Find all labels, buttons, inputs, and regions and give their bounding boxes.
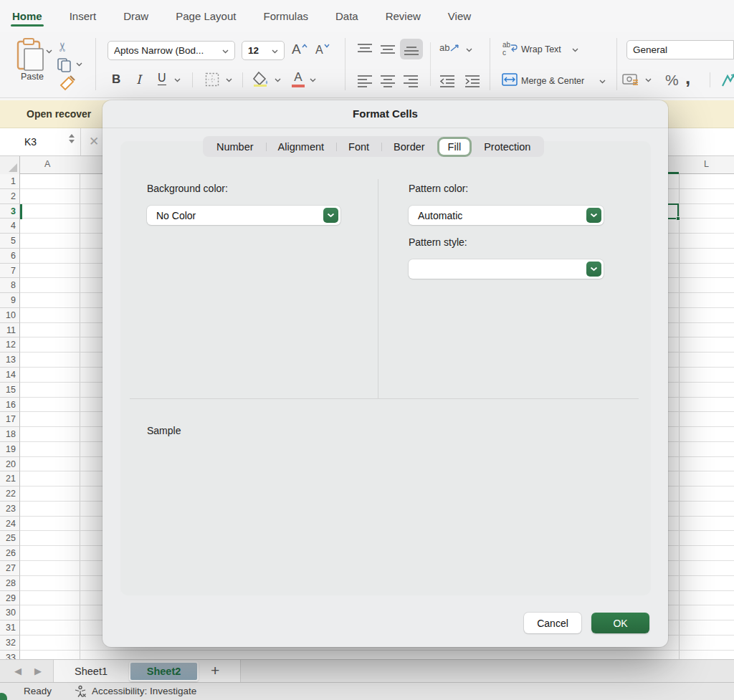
increase-font-size-icon[interactable]: A <box>292 42 308 57</box>
cut-icon[interactable]: ✂ <box>55 42 70 52</box>
ribbon-tab-data[interactable]: Data <box>334 3 360 29</box>
merge-center-button[interactable]: Merge & Center <box>521 76 584 86</box>
ribbon-tab-formulas[interactable]: Formulas <box>262 3 310 29</box>
row-header-26[interactable]: 26 <box>0 546 20 561</box>
align-bottom-icon[interactable] <box>400 39 423 59</box>
wrap-text-dropdown-chevron-icon[interactable] <box>572 48 578 52</box>
row-header-3[interactable]: 3 <box>0 204 20 219</box>
name-box-stepper[interactable] <box>69 134 75 143</box>
orientation-dropdown-chevron-icon[interactable] <box>466 48 472 52</box>
dialog-tab-fill[interactable]: Fill <box>437 137 472 157</box>
formula-cancel-icon[interactable]: ✕ <box>89 134 99 149</box>
fill-handle[interactable] <box>676 216 680 221</box>
accounting-dropdown-chevron-icon[interactable] <box>645 78 652 82</box>
row-header-10[interactable]: 10 <box>0 308 20 323</box>
text-orientation-icon[interactable]: ab <box>439 42 460 53</box>
status-accessibility-label[interactable]: Accessibility: Investigate <box>92 686 196 696</box>
sheet-tab-sheet2[interactable]: Sheet2 <box>129 661 199 681</box>
font-size-combo[interactable]: 12 <box>242 41 285 60</box>
paste-dropdown-chevron-icon[interactable] <box>46 49 52 54</box>
ribbon-tab-draw[interactable]: Draw <box>122 3 150 29</box>
row-header-16[interactable]: 16 <box>0 398 20 413</box>
comma-style-icon[interactable]: , <box>685 67 690 89</box>
ribbon-tab-insert[interactable]: Insert <box>68 3 98 29</box>
dialog-tab-alignment[interactable]: Alignment <box>266 138 336 155</box>
pattern-color-select[interactable]: Automatic <box>409 206 604 225</box>
font-color-icon[interactable]: A <box>292 70 305 87</box>
wrap-text-button[interactable]: Wrap Text <box>521 44 561 54</box>
format-painter-icon[interactable] <box>59 75 76 91</box>
ok-button[interactable]: OK <box>591 613 649 633</box>
sheet-nav-left-icon[interactable]: ◀ <box>14 666 22 676</box>
underline-dropdown-chevron-icon[interactable] <box>174 78 181 82</box>
decrease-font-size-icon[interactable]: A <box>315 44 330 57</box>
row-header-23[interactable]: 23 <box>0 502 20 517</box>
stepper-up-icon[interactable] <box>69 134 75 138</box>
align-right-icon[interactable] <box>403 75 419 87</box>
align-top-icon[interactable] <box>357 43 373 56</box>
row-header-4[interactable]: 4 <box>0 219 20 234</box>
align-center-icon[interactable] <box>380 75 396 87</box>
row-header-14[interactable]: 14 <box>0 368 20 383</box>
row-header-6[interactable]: 6 <box>0 249 20 264</box>
row-header-31[interactable]: 31 <box>0 620 20 636</box>
conditional-formatting-icon[interactable] <box>721 73 734 87</box>
dialog-tab-font[interactable]: Font <box>336 138 381 155</box>
add-sheet-button[interactable]: + <box>211 662 219 679</box>
row-header-27[interactable]: 27 <box>0 561 20 576</box>
row-header-32[interactable]: 32 <box>0 636 20 651</box>
fill-color-icon[interactable] <box>252 71 270 87</box>
row-header-11[interactable]: 11 <box>0 323 20 338</box>
underline-button[interactable]: U <box>158 72 166 85</box>
increase-indent-icon[interactable] <box>464 75 480 87</box>
row-header-15[interactable]: 15 <box>0 383 20 398</box>
row-header-21[interactable]: 21 <box>0 471 20 486</box>
row-header-17[interactable]: 17 <box>0 412 20 427</box>
italic-button[interactable]: I <box>136 72 141 87</box>
select-all-corner[interactable] <box>0 156 20 174</box>
bold-button[interactable]: B <box>112 72 120 87</box>
borders-icon[interactable] <box>205 72 219 87</box>
fill-color-dropdown-chevron-icon[interactable] <box>275 78 281 82</box>
sheet-nav-right-icon[interactable]: ▶ <box>34 666 42 676</box>
dialog-tab-border[interactable]: Border <box>381 138 437 155</box>
cancel-button[interactable]: Cancel <box>524 613 581 633</box>
row-header-20[interactable]: 20 <box>0 457 20 472</box>
row-header-13[interactable]: 13 <box>0 353 20 368</box>
stepper-down-icon[interactable] <box>69 140 75 143</box>
row-header-2[interactable]: 2 <box>0 189 20 204</box>
ribbon-tab-page-layout[interactable]: Page Layout <box>174 3 237 29</box>
copy-icon[interactable] <box>57 58 72 72</box>
row-header-19[interactable]: 19 <box>0 442 20 457</box>
dialog-tab-number[interactable]: Number <box>204 138 266 155</box>
ribbon-tab-view[interactable]: View <box>447 3 472 29</box>
wrap-text-icon[interactable]: ab c <box>502 41 518 57</box>
row-header-5[interactable]: 5 <box>0 234 20 249</box>
row-header-22[interactable]: 22 <box>0 486 20 502</box>
row-header-30[interactable]: 30 <box>0 605 20 620</box>
row-header-9[interactable]: 9 <box>0 293 20 308</box>
percent-style-icon[interactable]: % <box>665 72 679 89</box>
row-header-29[interactable]: 29 <box>0 591 20 606</box>
paste-button[interactable]: Paste <box>17 72 47 82</box>
number-format-combo[interactable]: General <box>626 40 734 59</box>
ribbon-tab-home[interactable]: Home <box>11 3 44 29</box>
align-middle-icon[interactable] <box>380 43 396 56</box>
accounting-format-icon[interactable] <box>622 73 639 87</box>
dialog-tab-protection[interactable]: Protection <box>472 138 543 155</box>
merge-center-icon[interactable] <box>502 73 518 86</box>
font-color-dropdown-chevron-icon[interactable] <box>310 78 316 82</box>
row-header-25[interactable]: 25 <box>0 531 20 546</box>
merge-center-dropdown-chevron-icon[interactable] <box>599 80 606 84</box>
borders-dropdown-chevron-icon[interactable] <box>226 78 232 82</box>
accessibility-icon[interactable] <box>74 685 87 700</box>
font-name-combo[interactable]: Aptos Narrow (Bod... <box>108 41 235 60</box>
paste-icon[interactable] <box>16 38 44 71</box>
pattern-style-select[interactable] <box>409 259 604 279</box>
ribbon-tab-review[interactable]: Review <box>384 3 422 29</box>
row-header-28[interactable]: 28 <box>0 576 20 591</box>
row-header-24[interactable]: 24 <box>0 517 20 532</box>
row-header-7[interactable]: 7 <box>0 264 20 279</box>
row-header-12[interactable]: 12 <box>0 337 20 353</box>
sheet-tab-sheet1[interactable]: Sheet1 <box>63 661 119 681</box>
